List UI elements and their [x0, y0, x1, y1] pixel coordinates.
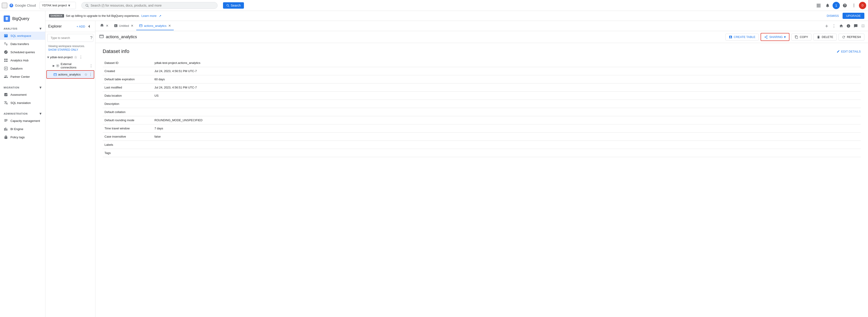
collapse-explorer-btn[interactable]: [86, 23, 92, 30]
ext-conn-more-btn[interactable]: ⋮: [89, 63, 93, 68]
tree-item-external-connections[interactable]: ▶ External connections ⋮: [46, 61, 94, 70]
tab-untitled[interactable]: Untitled ✕: [111, 22, 136, 30]
table-row: Dataset IDydtak-test-project.actions_ana…: [103, 59, 861, 67]
field-value: [153, 100, 861, 108]
untitled-tab-icon: [114, 24, 118, 28]
sidebar-item-partner-center[interactable]: Partner Center: [0, 73, 45, 81]
tab-home[interactable]: ✕: [97, 21, 111, 31]
migration-collapse-btn[interactable]: ▾: [39, 85, 41, 90]
sidebar-item-capacity-management[interactable]: Capacity management: [0, 117, 45, 125]
sidebar-item-scheduled-queries[interactable]: Scheduled queries: [0, 48, 45, 56]
copy-btn[interactable]: COPY: [791, 34, 811, 40]
more-options-icon-btn[interactable]: [850, 1, 858, 9]
upgrade-button[interactable]: UPGRADE: [843, 13, 864, 19]
sidebar-item-data-transfers[interactable]: Data transfers: [0, 40, 45, 48]
administration-collapse-btn[interactable]: ▾: [39, 111, 41, 116]
sidebar-item-dataform[interactable]: Dataform: [0, 64, 45, 73]
svg-rect-25: [100, 35, 103, 38]
search-help-icon[interactable]: ?: [90, 35, 92, 40]
table-row: Default rounding modeROUNDING_MODE_UNSPE…: [103, 116, 861, 124]
global-search-bar: [81, 2, 218, 9]
svg-point-15: [854, 6, 854, 7]
table-row: Labels: [103, 141, 861, 149]
show-starred-link[interactable]: SHOW STARRED ONLY: [48, 48, 92, 51]
explorer-search-input[interactable]: [51, 36, 89, 39]
tab-expand-btn[interactable]: [860, 23, 866, 29]
notifications-icon-btn[interactable]: [824, 1, 832, 9]
sharing-btn[interactable]: SHARING ▾: [761, 33, 789, 41]
sql-translation-label: SQL translation: [10, 101, 31, 105]
learn-more-link[interactable]: Learn more: [142, 14, 156, 18]
help-icon: [843, 3, 847, 8]
tab-more-btn[interactable]: ⋮: [831, 23, 837, 29]
home-tab-close[interactable]: ✕: [106, 24, 108, 28]
dataset-star-btn[interactable]: ☆: [84, 72, 88, 77]
project-selector[interactable]: YDTAK test project ▾: [39, 2, 76, 9]
field-label: Default table expiration: [103, 75, 153, 83]
tab-chat-btn[interactable]: [852, 23, 859, 29]
tab-home-icon-btn[interactable]: [838, 23, 844, 29]
sidebar-item-bi-engine[interactable]: BI Engine: [0, 125, 45, 133]
user-avatar[interactable]: 1: [833, 2, 840, 9]
dataform-label: Dataform: [10, 67, 23, 70]
nav-right: 1 D: [814, 1, 866, 9]
table-row: Case insensitivefalse: [103, 133, 861, 141]
hamburger-menu[interactable]: [2, 3, 7, 8]
project-more-btn[interactable]: ⋮: [79, 55, 83, 60]
add-tab-btn[interactable]: ＋: [824, 23, 830, 29]
data-transfers-label: Data transfers: [10, 42, 29, 46]
dismiss-button[interactable]: DISMISS: [825, 13, 840, 19]
capacity-management-label: Capacity management: [10, 119, 40, 122]
field-label: Description: [103, 100, 153, 108]
sidebar-item-analytics-hub[interactable]: Analytics Hub: [0, 56, 45, 64]
table-row: CreatedJul 24, 2023, 4:56:51 PM UTC-7: [103, 67, 861, 75]
bigquery-icon: [4, 16, 10, 22]
global-search-input[interactable]: [91, 4, 214, 7]
field-value: false: [153, 133, 861, 141]
untitled-tab-close[interactable]: ✕: [131, 24, 133, 28]
field-value: ydtak-test-project.actions_analytics: [153, 59, 861, 67]
explorer-tree: ▾ ydtak-test-project ☆ ⋮ ▶ External conn…: [45, 53, 95, 317]
edit-details-btn[interactable]: EDIT DETAILS: [837, 50, 861, 53]
help-icon-btn[interactable]: [841, 1, 849, 9]
apps-icon-btn[interactable]: [814, 1, 823, 9]
svg-rect-9: [819, 5, 820, 6]
project-header[interactable]: ▾ ydtak-test-project ☆ ⋮: [46, 53, 94, 61]
sidebar-item-policy-tags[interactable]: Policy tags: [0, 133, 45, 141]
sql-workspace-label: SQL workspace: [10, 34, 31, 37]
project-star-btn[interactable]: ☆: [73, 55, 78, 60]
actions-analytics-tab-close[interactable]: ✕: [168, 24, 171, 28]
dataset-more-btn[interactable]: ⋮: [88, 72, 93, 77]
table-row: Description: [103, 100, 861, 108]
main-content: SANDBOX Set up billing to upgrade to the…: [45, 11, 868, 317]
collapse-icon: [87, 24, 91, 28]
search-button[interactable]: Search: [223, 2, 244, 9]
field-value: Jul 24, 2023, 4:56:51 PM UTC-7: [153, 67, 861, 75]
svg-rect-19: [7, 129, 7, 131]
sandbox-badge: SANDBOX: [49, 14, 64, 18]
analysis-collapse-btn[interactable]: ▾: [39, 26, 41, 31]
sidebar-item-assessment[interactable]: Assessment: [0, 90, 45, 99]
actions-analytics-tab-label: actions_analytics: [144, 24, 166, 28]
app-body: BigQuery Analysis ▾ SQL workspace Data t…: [0, 11, 868, 317]
field-label: Labels: [103, 141, 153, 149]
delete-btn[interactable]: DELETE: [813, 34, 837, 40]
tab-actions-analytics[interactable]: actions_analytics ✕: [136, 22, 174, 30]
apps-icon: [816, 3, 821, 8]
create-table-btn[interactable]: CREATE TABLE: [725, 34, 759, 40]
add-button[interactable]: + ADD: [76, 25, 85, 28]
toolbar-dataset-icon: [99, 34, 104, 40]
sidebar-item-sql-workspace[interactable]: SQL workspace: [0, 32, 45, 40]
tab-info-btn[interactable]: [845, 23, 851, 29]
user-account-avatar[interactable]: D: [859, 2, 866, 9]
chat-icon: [854, 24, 858, 28]
create-table-icon: [729, 35, 733, 39]
svg-line-3: [228, 6, 229, 7]
refresh-btn[interactable]: REFRESH: [838, 34, 864, 40]
field-value: ROUNDING_MODE_UNSPECIFIED: [153, 116, 861, 124]
scheduled-queries-icon: [4, 50, 8, 54]
tree-item-actions-analytics[interactable]: actions_analytics ☆ ⋮: [46, 70, 94, 79]
external-connections-label: External connections: [61, 62, 88, 69]
tabs-bar: ✕ Untitled ✕ actions_analytics ✕: [95, 21, 868, 31]
sidebar-item-sql-translation[interactable]: SQL translation: [0, 99, 45, 107]
